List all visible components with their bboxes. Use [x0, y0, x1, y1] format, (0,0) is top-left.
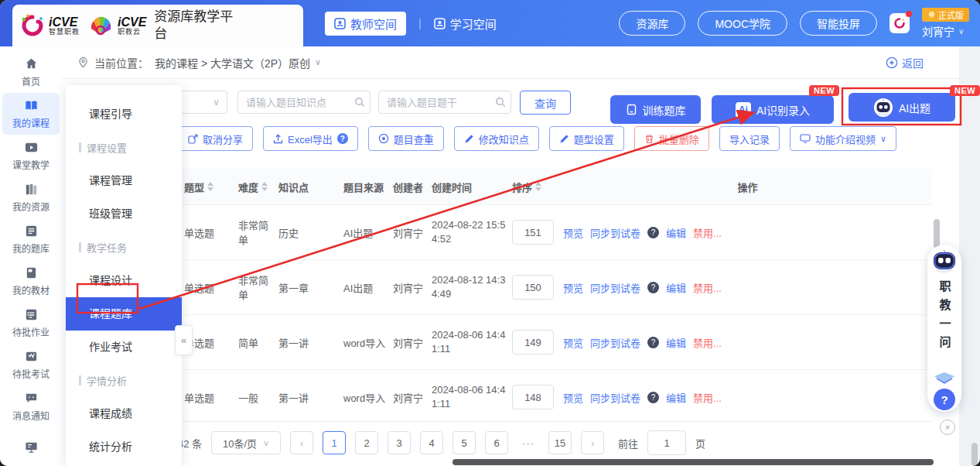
sync-help-icon[interactable]: ? — [647, 392, 659, 403]
action-preview[interactable]: 预览 — [563, 280, 583, 295]
sidebar-item-pending-exams[interactable]: 待批考试 — [0, 344, 62, 385]
menu-item-course-question-bank[interactable]: 课程题库 — [66, 297, 182, 331]
assistant-widget[interactable]: 职教一问 ? — [927, 245, 961, 412]
page-button-6[interactable]: 6 — [485, 431, 508, 454]
order-input[interactable] — [512, 385, 554, 409]
menu-item-statistics[interactable]: 统计分析 — [66, 430, 182, 464]
cancel-share-button[interactable]: 取消分享 — [178, 126, 253, 151]
mooc-button[interactable]: MOOC学院 — [698, 11, 787, 36]
import-record-button[interactable]: 导入记录 — [719, 126, 780, 151]
col-type[interactable]: 题型 — [178, 180, 232, 194]
sidebar-item-classroom-teaching[interactable]: 课堂教学 — [0, 135, 62, 176]
menu-item-course-design[interactable]: 课程设计 — [66, 264, 182, 297]
sidebar-item-messages[interactable]: 消息通知 — [0, 385, 62, 427]
page-ellipsis: ··· — [517, 432, 539, 454]
app-shortcut-icon[interactable] — [890, 13, 910, 33]
menu-item-course-grades[interactable]: 课程成绩 — [66, 397, 182, 430]
action-preview[interactable]: 预览 — [563, 225, 583, 240]
help-button[interactable]: ? — [934, 389, 955, 410]
assistant-close-button[interactable]: × — [940, 420, 955, 435]
page-button-4[interactable]: 4 — [420, 431, 443, 454]
action-disable[interactable]: 禁用... — [693, 335, 722, 350]
horizontal-scrollbar[interactable] — [452, 459, 934, 465]
cancel-share-icon — [188, 134, 198, 144]
menu-item-course-guide[interactable]: 课程引导 — [66, 98, 182, 131]
duplicate-check-button[interactable]: 题目查重 — [368, 126, 444, 151]
action-preview[interactable]: 预览 — [563, 335, 583, 350]
breadcrumb-path-text: 我的课程 > 大学语文（2P）原创 — [155, 55, 310, 70]
col-difficulty[interactable]: 难度 — [232, 180, 272, 194]
duplicate-check-label: 题目查重 — [394, 132, 434, 146]
back-button[interactable]: 返回 — [886, 55, 924, 70]
excel-help-icon[interactable]: ? — [337, 133, 348, 144]
order-input[interactable] — [512, 275, 554, 300]
menu-item-course-management[interactable]: 课程管理 — [66, 164, 182, 197]
query-button[interactable]: 查询 — [520, 91, 571, 115]
page-button-5[interactable]: 5 — [452, 431, 476, 454]
sidebar-item-label: 待批考试 — [12, 367, 50, 380]
action-edit[interactable]: 编辑 — [666, 390, 686, 405]
training-bank-button[interactable]: 训练题库 — [610, 95, 701, 124]
action-sync-to-paper[interactable]: 同步到试卷 — [590, 390, 640, 405]
row-actions: 预览 同步到试卷 ? 编辑 禁用... — [557, 280, 932, 295]
nav-student-space[interactable]: 学习空间 — [434, 15, 497, 32]
page-size-select[interactable]: 10条/页 ∨ — [211, 431, 281, 454]
sidebar-item-my-question-bank[interactable]: 我的题库 — [0, 218, 62, 260]
page-vertical-scrollbar[interactable] — [971, 443, 978, 466]
order-input[interactable] — [512, 330, 554, 355]
action-sync-to-paper[interactable]: 同步到试卷 — [590, 335, 640, 350]
sort-icon[interactable] — [535, 182, 541, 191]
action-edit[interactable]: 编辑 — [666, 335, 686, 350]
ai-question-gen-button[interactable]: AI出题 — [849, 93, 955, 122]
page-button-15[interactable]: 15 — [548, 431, 572, 454]
intro-video-button[interactable]: 功能介绍视频 ∨ — [790, 126, 896, 151]
question-stem-input[interactable] — [378, 91, 511, 114]
col-source: 题目来源 — [337, 180, 387, 194]
sync-help-icon[interactable]: ? — [647, 282, 659, 293]
knowledge-point-input[interactable] — [237, 91, 370, 114]
ai-recognition-button[interactable]: Ai AI识别录入 — [712, 95, 834, 124]
sidebar-item-screen[interactable] — [0, 427, 62, 466]
sidebar-item-my-resources[interactable]: 我的资源 — [0, 176, 62, 218]
sidebar-item-my-textbooks[interactable]: 我的教材 — [0, 260, 62, 302]
col-order[interactable]: 排序 — [506, 180, 557, 194]
menu-item-homework-exam[interactable]: 作业考试 — [66, 331, 182, 364]
batch-delete-button[interactable]: 批量删除 — [634, 126, 709, 151]
eye-icon — [378, 133, 389, 144]
smart-cast-button[interactable]: 智能投屏 — [800, 11, 877, 36]
sync-help-icon[interactable]: ? — [647, 337, 659, 348]
prev-page-button[interactable]: ‹ — [290, 431, 313, 454]
action-preview[interactable]: 预览 — [563, 390, 583, 405]
page-button-2[interactable]: 2 — [355, 431, 378, 454]
next-page-button[interactable]: › — [581, 431, 604, 454]
breadcrumb-path[interactable]: 我的课程 > 大学语文（2P）原创 ∨ — [155, 55, 321, 70]
sidebar-item-my-courses[interactable]: 我的课程 — [2, 93, 60, 135]
order-input[interactable] — [512, 220, 554, 245]
resource-lib-button[interactable]: 资源库 — [619, 11, 685, 36]
table-vertical-scrollbar[interactable] — [934, 219, 940, 248]
menu-item-class-management[interactable]: 班级管理 — [66, 197, 182, 231]
action-sync-to-paper[interactable]: 同步到试卷 — [590, 225, 640, 240]
nav-teacher-space[interactable]: 教师空间 — [325, 12, 406, 36]
user-menu[interactable]: 正式版 刘宵宁 ∨ — [922, 8, 969, 39]
sync-help-icon[interactable]: ? — [647, 227, 659, 238]
sort-icon[interactable] — [261, 182, 268, 191]
page-button-1[interactable]: 1 — [323, 431, 346, 454]
sidebar-item-home[interactable]: 首页 — [0, 51, 62, 93]
page-button-3[interactable]: 3 — [388, 431, 411, 454]
video-screen-icon — [800, 134, 811, 143]
sidebar-item-pending-homework[interactable]: 待批作业 — [0, 302, 62, 344]
action-disable[interactable]: 禁用... — [693, 280, 722, 295]
type-setting-button[interactable]: 题型设置 — [549, 126, 624, 151]
platform-title: 资源库教学平台 — [154, 9, 234, 43]
edit-knowledge-button[interactable]: 修改知识点 — [454, 126, 539, 151]
sort-icon[interactable] — [207, 182, 213, 191]
action-disable[interactable]: 禁用... — [693, 390, 722, 405]
action-sync-to-paper[interactable]: 同步到试卷 — [590, 280, 640, 295]
menu-collapse-handle[interactable]: « — [175, 325, 193, 355]
action-disable[interactable]: 禁用... — [693, 225, 722, 240]
action-edit[interactable]: 编辑 — [666, 225, 686, 240]
action-edit[interactable]: 编辑 — [666, 280, 686, 295]
excel-export-button[interactable]: Excel导出 ? — [263, 126, 358, 151]
goto-page-input[interactable] — [647, 430, 686, 455]
